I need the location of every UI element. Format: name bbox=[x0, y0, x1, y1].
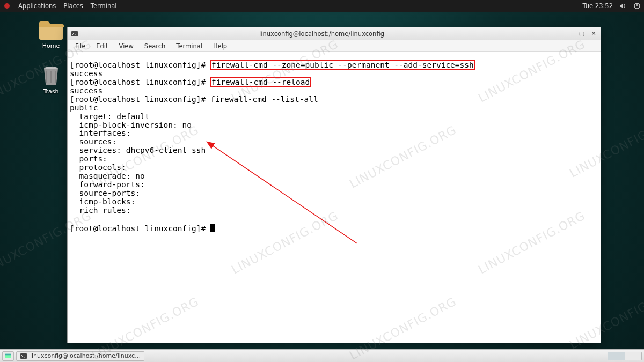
workspace-1[interactable] bbox=[608, 352, 625, 360]
window-close-button[interactable]: ✕ bbox=[590, 30, 597, 38]
terminal-title: linuxconfig@localhost:/home/linuxconfig bbox=[80, 30, 563, 38]
folder-icon bbox=[38, 19, 64, 40]
output-text: target: default bbox=[70, 112, 149, 121]
cursor-icon bbox=[210, 224, 215, 232]
bottom-panel: linuxconfig@localhost:/home/linuxc… bbox=[0, 349, 644, 362]
highlight-box-cmd1: firewall-cmd --zone=public --permanent -… bbox=[210, 60, 475, 70]
menubar-search[interactable]: Search bbox=[140, 41, 170, 51]
menu-places[interactable]: Places bbox=[63, 2, 83, 10]
prompt: [root@localhost linuxconfig]# bbox=[70, 224, 210, 233]
output-text: masquerade: no bbox=[70, 172, 145, 180]
svg-rect-8 bbox=[20, 353, 27, 359]
window-maximize-button[interactable]: ▢ bbox=[578, 30, 586, 38]
prompt: [root@localhost linuxconfig]# bbox=[70, 95, 210, 104]
show-desktop-button[interactable] bbox=[2, 351, 14, 361]
command-text: firewall-cmd --list-all bbox=[210, 95, 318, 104]
power-icon[interactable] bbox=[633, 2, 641, 10]
terminal-window: linuxconfig@localhost:/home/linuxconfig … bbox=[67, 27, 601, 343]
svg-rect-7 bbox=[5, 353, 11, 355]
svg-line-5 bbox=[207, 142, 356, 243]
terminal-menubar: File Edit View Search Terminal Help bbox=[68, 40, 601, 52]
menubar-terminal[interactable]: Terminal bbox=[172, 41, 207, 51]
workspace-switcher[interactable] bbox=[608, 352, 642, 360]
terminal-titlebar[interactable]: linuxconfig@localhost:/home/linuxconfig … bbox=[68, 27, 601, 40]
command-text: firewall-cmd --reload bbox=[211, 78, 310, 86]
output-text: icmp-blocks: bbox=[70, 197, 135, 206]
output-text: interfaces: bbox=[70, 129, 131, 137]
desktop-icons-area: Home Trash bbox=[30, 19, 72, 110]
taskbar-task-terminal[interactable]: linuxconfig@localhost:/home/linuxc… bbox=[16, 351, 144, 361]
output-text: services: dhcpv6-client ssh bbox=[70, 146, 206, 154]
output-text: ports: bbox=[70, 154, 107, 163]
menubar-edit[interactable]: Edit bbox=[92, 41, 112, 51]
output-text: sources: bbox=[70, 137, 116, 146]
output-text: source-ports: bbox=[70, 189, 140, 197]
trash-icon bbox=[38, 64, 64, 86]
output-text: success bbox=[70, 69, 103, 78]
desktop-icon-label: Trash bbox=[43, 88, 58, 95]
prompt: [root@localhost linuxconfig]# bbox=[70, 78, 210, 86]
menubar-help[interactable]: Help bbox=[209, 41, 231, 51]
command-text: firewall-cmd --zone=public --permanent -… bbox=[211, 61, 474, 69]
desktop-icon-label: Home bbox=[42, 42, 60, 49]
output-text: public bbox=[70, 104, 98, 112]
svg-rect-4 bbox=[71, 31, 78, 36]
clock[interactable]: Tue 23:52 bbox=[583, 2, 613, 10]
volume-icon[interactable] bbox=[619, 2, 627, 10]
distro-icon bbox=[3, 2, 11, 10]
workspace-2[interactable] bbox=[625, 352, 642, 360]
highlight-box-cmd2: firewall-cmd --reload bbox=[210, 77, 311, 87]
terminal-body[interactable]: [root@localhost linuxconfig]# firewall-c… bbox=[68, 52, 601, 343]
top-panel: Applications Places Terminal Tue 23:52 bbox=[0, 0, 644, 12]
prompt: [root@localhost linuxconfig]# bbox=[70, 61, 210, 69]
output-text: icmp-block-inversion: no bbox=[70, 121, 192, 129]
menu-terminal[interactable]: Terminal bbox=[91, 2, 117, 10]
output-text: protocols: bbox=[70, 163, 126, 172]
desktop-icon-home[interactable]: Home bbox=[30, 19, 72, 49]
svg-point-0 bbox=[4, 3, 10, 9]
taskbar-task-label: linuxconfig@localhost:/home/linuxc… bbox=[30, 352, 141, 359]
menu-applications[interactable]: Applications bbox=[18, 2, 56, 10]
desktop-icon-trash[interactable]: Trash bbox=[30, 64, 72, 95]
window-minimize-button[interactable]: — bbox=[566, 30, 574, 38]
terminal-app-icon bbox=[71, 30, 78, 38]
output-text: rich rules: bbox=[70, 206, 131, 215]
menubar-file[interactable]: File bbox=[71, 41, 90, 51]
terminal-app-icon bbox=[20, 352, 27, 360]
output-text: forward-ports: bbox=[70, 180, 145, 189]
menubar-view[interactable]: View bbox=[115, 41, 138, 51]
output-text: success bbox=[70, 86, 103, 95]
